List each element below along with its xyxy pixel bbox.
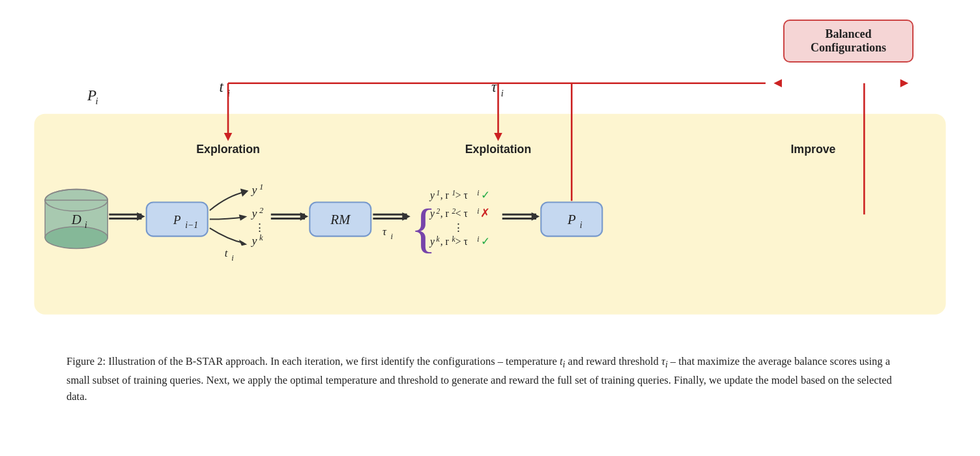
svg-text:1: 1 — [259, 182, 263, 192]
svg-text:k: k — [259, 233, 263, 242]
svg-text:Exploration: Exploration — [196, 143, 260, 156]
svg-text:, r: , r — [440, 190, 450, 201]
svg-text:Improve: Improve — [790, 143, 835, 156]
svg-text:t: t — [225, 247, 228, 259]
caption-text2: and reward threshold — [565, 355, 661, 367]
svg-text:y: y — [429, 190, 435, 201]
svg-text:i: i — [477, 235, 479, 243]
svg-text:✗: ✗ — [480, 207, 490, 220]
svg-text:RM: RM — [330, 212, 351, 227]
figure-caption: Figure 2: Illustration of the B-STAR app… — [66, 353, 914, 405]
balanced-configurations-box: Balanced Configurations — [783, 20, 914, 63]
svg-text:D: D — [71, 212, 81, 227]
svg-text:i: i — [231, 253, 234, 263]
svg-text:i: i — [477, 207, 479, 215]
svg-text:2: 2 — [259, 206, 263, 215]
svg-text:> τ: > τ — [455, 236, 468, 247]
svg-text:y: y — [429, 236, 435, 248]
svg-text:{: { — [411, 198, 437, 258]
svg-text:Exploitation: Exploitation — [465, 143, 532, 156]
svg-text:✓: ✓ — [481, 235, 490, 248]
svg-text:i: i — [501, 88, 504, 98]
balanced-line2: Configurations — [811, 41, 886, 54]
svg-text:> τ: > τ — [455, 190, 468, 201]
caption-taui: τi — [661, 355, 668, 367]
svg-text:τ: τ — [382, 225, 387, 238]
svg-text:1: 1 — [437, 189, 440, 197]
svg-text:, r: , r — [440, 236, 450, 247]
svg-text:i−1: i−1 — [185, 220, 198, 230]
svg-text:i: i — [391, 232, 394, 241]
caption-figure-num: Figure 2: — [66, 355, 106, 367]
svg-text:y: y — [429, 208, 435, 220]
svg-text:< τ: < τ — [455, 208, 468, 219]
svg-text:y: y — [251, 183, 257, 196]
svg-marker-81 — [773, 79, 782, 87]
svg-text:✓: ✓ — [481, 189, 490, 201]
svg-text:i: i — [95, 96, 98, 106]
svg-text:2: 2 — [437, 207, 440, 215]
figure-container: Balanced Configurations P i t i τ i — [27, 20, 953, 405]
svg-marker-13 — [901, 79, 909, 87]
svg-text:y: y — [251, 207, 257, 220]
caption-text1: Illustration of the B-STAR approach. In … — [108, 355, 560, 367]
svg-text:⋮: ⋮ — [254, 221, 265, 234]
main-diagram: P i t i τ i — [27, 59, 953, 332]
svg-text:i: i — [477, 189, 479, 197]
svg-text:y: y — [251, 234, 257, 247]
svg-text:P: P — [567, 212, 576, 227]
balanced-line1: Balanced — [825, 27, 871, 40]
svg-text:⋮: ⋮ — [453, 221, 464, 234]
svg-text:τ: τ — [491, 79, 497, 95]
svg-point-19 — [45, 227, 108, 248]
svg-text:P: P — [173, 213, 180, 227]
diagram-wrapper: Balanced Configurations P i t i τ i — [27, 20, 953, 335]
svg-text:i: i — [580, 220, 583, 230]
svg-text:k: k — [437, 235, 440, 243]
svg-text:i: i — [85, 220, 87, 230]
svg-text:, r: , r — [440, 208, 450, 219]
svg-text:t: t — [219, 79, 223, 95]
diagram-svg-container: P i t i τ i — [27, 59, 953, 335]
